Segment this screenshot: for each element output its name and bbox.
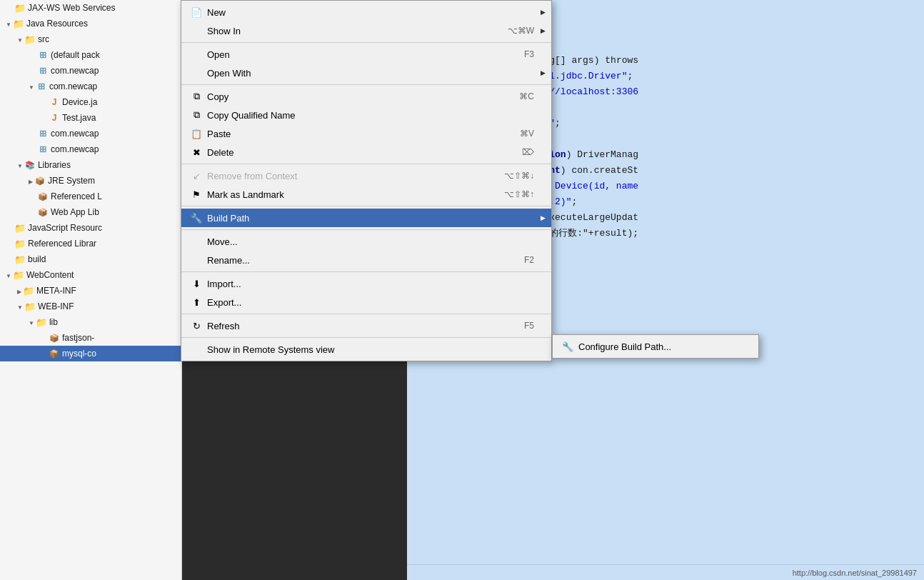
context-menu: 📄New▶Show In⌥⌘W▶OpenF3Open With▶⧉Copy⌘C⧉… [181, 0, 552, 361]
collapse-arrow[interactable] [17, 301, 24, 311]
empty-icon [190, 66, 203, 79]
tree-item-jre-system[interactable]: 📦JRE System [0, 173, 181, 189]
collapse-arrow[interactable] [29, 81, 36, 91]
collapse-arrow[interactable] [6, 270, 13, 280]
collapse-arrow[interactable] [29, 317, 36, 327]
expand-arrow[interactable] [17, 286, 23, 296]
empty-icon [190, 24, 203, 37]
tree-label: Test.java [62, 113, 96, 123]
shortcut-label: ⌘V [520, 129, 534, 139]
package-icon: ⊞ [37, 65, 49, 76]
tree-label: com.newcap [51, 66, 99, 76]
collapse-arrow[interactable] [17, 160, 24, 170]
menu-item-copy-qualified[interactable]: ⧉Copy Qualified Name [181, 106, 551, 124]
tree-item-referenced-l[interactable]: 📦Referenced L [0, 189, 181, 204]
menu-item-refresh[interactable]: ↻RefreshF5 [181, 316, 551, 335]
menu-separator [181, 42, 551, 43]
tree-label: fastjson- [62, 333, 94, 343]
menu-item-copy[interactable]: ⧉Copy⌘C [181, 87, 551, 106]
shortcut-label: F2 [524, 255, 534, 265]
package-icon: ⊞ [37, 128, 49, 139]
tree-label: com.newcap [51, 129, 99, 139]
menu-label: Show in Remote Systems view [207, 344, 534, 355]
tree-item-fastjson[interactable]: 📦fastjson- [0, 330, 181, 346]
submenu-arrow: ▶ [541, 69, 546, 76]
tree-item-javascript-resource[interactable]: 📁JavaScript Resourc [0, 220, 181, 236]
tree-item-test-java[interactable]: JTest.java [0, 110, 181, 126]
folder-icon: 📁 [24, 301, 36, 312]
menu-label: New [207, 7, 534, 18]
submenu-label: Configure Build Path... [578, 341, 671, 352]
tree-item-lib[interactable]: 📁lib [0, 314, 181, 330]
menu-item-open[interactable]: OpenF3 [181, 45, 551, 64]
menu-item-import[interactable]: ⬇Import... [181, 274, 551, 293]
import-icon: ⬇ [190, 277, 203, 290]
tree-item-webcontent[interactable]: 📁WebContent [0, 267, 181, 283]
tree-item-com-newcap3[interactable]: ⊞com.newcap [0, 126, 181, 141]
menu-item-mark-landmark[interactable]: ⚑Mark as Landmark⌥⇧⌘↑ [181, 185, 551, 204]
tree-item-libraries[interactable]: 📚Libraries [0, 157, 181, 173]
build-icon: 🔧 [190, 211, 203, 224]
menu-item-delete[interactable]: ✖Delete⌦ [181, 143, 551, 161]
copy-icon: ⧉ [190, 90, 203, 103]
submenu-item-configure-build-path[interactable]: 🔧Configure Build Path... [553, 337, 758, 356]
empty-icon [190, 343, 203, 356]
menu-item-export[interactable]: ⬆Export... [181, 293, 551, 311]
tree-label: build [28, 254, 46, 264]
tree-label: JAX-WS Web Services [28, 3, 115, 13]
menu-separator [181, 337, 551, 338]
tree-item-web-inf[interactable]: 📁WEB-INF [0, 299, 181, 314]
menu-item-move[interactable]: Move... [181, 232, 551, 251]
collapse-arrow[interactable] [17, 34, 24, 44]
submenu-arrow: ▶ [541, 9, 546, 16]
tree-item-device-java[interactable]: JDevice.ja [0, 94, 181, 110]
submenu-arrow: ▶ [541, 27, 546, 34]
empty-icon [190, 48, 203, 61]
tree-label: src [38, 34, 49, 44]
tree-item-com-newcap1[interactable]: ⊞com.newcap [0, 63, 181, 79]
tree-item-mysql-co[interactable]: 📦mysql-co [0, 346, 181, 361]
tree-item-meta-inf[interactable]: 📁META-INF [0, 283, 181, 299]
collapse-arrow[interactable] [6, 19, 13, 29]
menu-separator [181, 229, 551, 230]
expand-arrow[interactable] [29, 176, 34, 186]
tree-item-com-newcap4[interactable]: ⊞com.newcap [0, 141, 181, 157]
refresh-icon: ↻ [190, 319, 203, 332]
tree-item-default-pack[interactable]: ⊞(default pack [0, 47, 181, 63]
paste-icon: 📋 [190, 127, 203, 140]
java-icon: J [49, 112, 60, 124]
menu-item-open-with[interactable]: Open With▶ [181, 64, 551, 82]
package-icon: ⊞ [36, 81, 47, 92]
tree-label: Web App Lib [51, 207, 99, 217]
package-icon: ⊞ [37, 49, 49, 61]
menu-item-build-path[interactable]: 🔧Build Path▶ [181, 209, 551, 227]
tree-label: Device.ja [62, 97, 97, 107]
tree-item-referenced-lib[interactable]: 📁Referenced Librar [0, 236, 181, 251]
menu-item-paste[interactable]: 📋Paste⌘V [181, 124, 551, 143]
menu-label: Refresh [207, 321, 496, 331]
menu-label: Rename... [207, 255, 496, 266]
menu-item-show-in[interactable]: Show In⌥⌘W▶ [181, 21, 551, 40]
tree-label: com.newcap [51, 144, 99, 154]
landmark-icon: ⚑ [190, 188, 203, 201]
tree-item-src[interactable]: 📁src [0, 31, 181, 47]
submenu-arrow: ▶ [541, 214, 546, 221]
shortcut-label: F3 [524, 49, 534, 59]
tree-item-web-app-lib[interactable]: 📦Web App Lib [0, 204, 181, 220]
menu-label: Build Path [207, 213, 534, 224]
menu-label: Show In [207, 26, 479, 36]
tree-label: Java Resources [26, 19, 88, 29]
menu-item-rename[interactable]: Rename...F2 [181, 251, 551, 269]
folder-icon: 📁 [14, 222, 26, 234]
shortcut-label: ⌥⇧⌘↓ [504, 171, 534, 181]
folder-icon: 📁 [14, 238, 26, 249]
menu-item-show-remote[interactable]: Show in Remote Systems view [181, 340, 551, 359]
tree-item-jax-ws[interactable]: 📁JAX-WS Web Services [0, 0, 181, 16]
jar-icon: 📦 [49, 348, 60, 359]
menu-label: Remove from Context [207, 171, 476, 181]
tree-item-java-resources[interactable]: 📁Java Resources [0, 16, 181, 31]
tree-item-com-newcap2[interactable]: ⊞com.newcap [0, 79, 181, 94]
menu-item-new[interactable]: 📄New▶ [181, 3, 551, 21]
menu-separator [181, 164, 551, 164]
tree-item-build[interactable]: 📁build [0, 251, 181, 267]
